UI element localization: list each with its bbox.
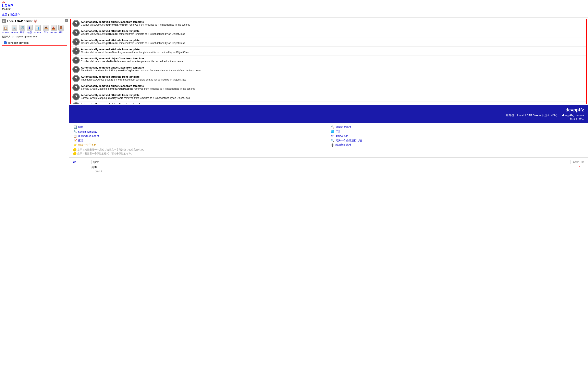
toolbar-search[interactable]: 🔍 search (11, 25, 18, 34)
action-create-child[interactable]: ⭐ 创建一个子条目 (73, 143, 326, 147)
action-refresh[interactable]: 🔄 刷新 (73, 125, 326, 129)
tree-node-icon: 🌐 (4, 41, 7, 44)
toolbar-logout[interactable]: 🚪 退出 (58, 25, 64, 34)
warning-desc: Courier Mail: Account: gidNumber removed… (81, 42, 185, 45)
warning-desc: Courier Mail: Account: courierMailAccoun… (81, 23, 190, 26)
warning-title: Automatically removed objectClass from t… (81, 103, 185, 104)
refresh-icon: 🔄 (20, 25, 25, 31)
warning-icon: ? (73, 48, 79, 54)
nav-clear-cache[interactable]: 清空缓存 (9, 13, 20, 16)
warning-desc: Courier Mail: Account: uidNumber removed… (81, 33, 185, 35)
add-attribute-icon: ➕ (331, 143, 334, 147)
export-action-icon: 🌐 (331, 130, 334, 133)
action-rename[interactable]: 📝 更名 (73, 138, 326, 143)
toolbar-export[interactable]: 📤 export (50, 25, 57, 34)
server-value: Local LDAP Server (517, 114, 541, 117)
warning-desc: Thunderbird: Address Book Entry: mozilla… (81, 69, 201, 72)
warning-item: ?Automatically removed objectClass from … (71, 56, 586, 65)
show-internal-icon: 🔨 (331, 125, 334, 129)
server-label: Local LDAP Server (7, 19, 33, 23)
template-value: 默认 (579, 117, 584, 120)
content-area: ?Automatically removed objectClass from … (69, 17, 588, 390)
refresh-action-icon: 🔄 (73, 125, 77, 129)
server-label: 服务器： (506, 114, 517, 117)
hint-2: 💡 提示：要查看一个属性的格式，请点击属性的名称。 (73, 152, 326, 155)
action-compare[interactable]: 🔍 同另一个条目进行比较 (331, 138, 584, 143)
warning-text: Automatically removed attribute from tem… (81, 30, 185, 35)
actions-left: 🔄 刷新 🔧 Switch Template 📋 复制和移动该条目 📝 更名 ⭐ (73, 125, 326, 155)
dc-input[interactable] (91, 160, 571, 164)
sidebar-toolbar: 📋 schema 🔍 search 🔄 刷新 ℹ 信息 📊 monitor 📥 (2, 25, 67, 34)
warning-item: ?Automatically removed attribute from te… (71, 92, 586, 101)
toolbar-info[interactable]: ℹ 信息 (27, 25, 33, 34)
search-icon: 🔍 (12, 25, 17, 31)
actions-right: 🔨 显示内部属性 🌐 导出 🗑 删除该条目 🔍 同另一个条目进行比较 ➕ (331, 125, 584, 155)
warning-desc: Samba: Group Mapping: sambaGroupMapping … (81, 88, 195, 90)
warning-title: Automatically removed attribute from tem… (81, 30, 185, 33)
warning-desc: Thunderbird: Address Book Entry: c remov… (81, 78, 186, 81)
action-delete[interactable]: 🗑 删除该条目 (331, 134, 584, 138)
logo-admin: ⊞admin (2, 8, 13, 11)
logo-ldap: LDAP (2, 3, 13, 8)
action-export[interactable]: 🌐 导出 (331, 129, 584, 134)
export-icon: 📤 (51, 25, 56, 31)
monitor-icon: 📊 (35, 25, 41, 31)
warning-item: ?Automatically removed objectClass from … (71, 83, 586, 92)
warning-title: Automatically removed objectClass from t… (81, 20, 190, 23)
server-icon: 🖥 (2, 19, 6, 23)
action-copy-move[interactable]: 📋 复制和移动该条目 (73, 134, 326, 138)
form-dc-row: dc 必填的, rdn (73, 160, 584, 164)
warning-text: Automatically removed objectClass from t… (81, 20, 190, 26)
toolbar-monitor[interactable]: 📊 monitor (34, 25, 42, 34)
dn-title: dc=pptfz (73, 107, 584, 113)
rename-icon: 📝 (73, 139, 77, 142)
schema-icon: 📋 (3, 25, 8, 31)
switch-template-icon: 🔧 (73, 130, 77, 133)
warning-icon: ? (73, 94, 79, 100)
warning-icon: ? (73, 20, 79, 27)
warning-text: Automatically removed attribute from tem… (81, 75, 186, 81)
warning-item: ?Automatically removed objectClass from … (71, 101, 586, 104)
tree-item[interactable]: 🌐 dc=pptfz, dc=com (2, 40, 67, 46)
toolbar-import[interactable]: 📥 导入 (43, 25, 49, 34)
tree-item-label: dc=pptfz, dc=com (8, 41, 29, 44)
logged-in-text: 已登录为: cn=ldap,dc=pptfz,dc=com (2, 35, 67, 38)
logo-php: php (2, 1, 13, 3)
dn-value: dc=pptfz,dc=com (562, 114, 584, 117)
warning-title: Automatically removed objectClass from t… (81, 66, 201, 69)
action-show-internal[interactable]: 🔨 显示内部属性 (331, 125, 584, 129)
warning-title: Automatically removed attribute from tem… (81, 48, 189, 51)
blue-bar: dc=pptfz 服务器： Local LDAP Server 识别名（DN）：… (69, 105, 588, 123)
nav-home[interactable]: 主页 (2, 13, 7, 16)
copy-move-icon: 📋 (73, 134, 77, 138)
action-add-attribute[interactable]: ➕ 增加新的属性 (331, 143, 584, 147)
warning-title: Automatically removed attribute from tem… (81, 39, 185, 42)
warning-text: Automatically removed objectClass from t… (81, 103, 185, 104)
warning-item: ?Automatically removed objectClass from … (71, 19, 586, 28)
warning-desc: Courier Mail: Alias: courierMailAlias re… (81, 60, 183, 63)
dn-label: 识别名（DN）： (542, 114, 562, 117)
dc-label[interactable]: dc (73, 160, 90, 163)
warning-icon: ? (73, 57, 79, 63)
warning-text: Automatically removed objectClass from t… (81, 66, 201, 72)
warning-text: Automatically removed objectClass from t… (81, 57, 183, 63)
info-icon: ℹ (27, 25, 33, 31)
warning-icon: ? (73, 103, 79, 104)
logo-ldap-admin: LDAP ⊞admin (2, 3, 13, 11)
warning-text: Automatically removed attribute from tem… (81, 48, 189, 54)
template-label: 样板： (570, 117, 578, 120)
action-switch-template[interactable]: 🔧 Switch Template (73, 129, 326, 134)
delete-icon: 🗑 (331, 134, 334, 138)
warning-icon: ? (73, 66, 79, 73)
asterisk: * (579, 165, 580, 169)
sidebar-expand-button[interactable]: + (65, 19, 68, 22)
toolbar-refresh[interactable]: 🔄 刷新 (20, 25, 25, 34)
import-icon: 📥 (43, 25, 49, 31)
warning-text: Automatically removed attribute from tem… (81, 39, 185, 45)
toolbar-schema[interactable]: 📋 schema (2, 25, 9, 34)
sidebar-header: 🖥 Local LDAP Server ⏰ (2, 19, 67, 23)
form-area: dc 必填的, rdn pptfz * （重命名） (69, 157, 588, 175)
warning-item: ?Automatically removed attribute from te… (71, 74, 586, 83)
warning-item: ?Automatically removed attribute from te… (71, 47, 586, 56)
nav-bar: 主页 | 清空缓存 (0, 12, 588, 17)
